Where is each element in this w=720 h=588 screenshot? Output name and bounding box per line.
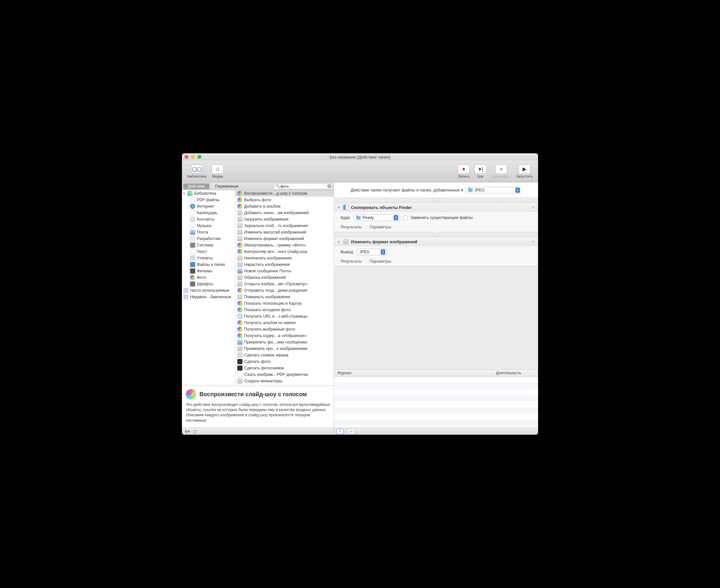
dev-icon <box>190 236 195 241</box>
category-item[interactable]: Контакты <box>182 216 235 223</box>
action-item[interactable]: Изменить масштаб изображений <box>235 229 334 235</box>
action-item[interactable]: Загрузить изображения <box>235 216 334 223</box>
action-item[interactable]: Отправить позд…днем рождения <box>235 287 334 294</box>
workflow-canvas[interactable]: ▼ Скопировать объекты Finder × Куда: Rea… <box>334 198 538 369</box>
input-folder-select[interactable]: JPEG ▲▼ <box>466 187 522 193</box>
action-item[interactable]: Показать исходное фото <box>235 307 334 313</box>
library-icon: ▢▢ <box>191 165 203 174</box>
toggle-description-button[interactable]: ▢ <box>193 429 197 434</box>
category-item[interactable]: Часто используемые <box>182 287 235 294</box>
action-item[interactable]: Напечатать изображение <box>235 255 334 261</box>
action-item[interactable]: Повернуть изображения <box>235 294 334 300</box>
results-button[interactable]: Результаты <box>341 225 362 229</box>
action-item[interactable]: Новое сообщение Почты <box>235 268 334 274</box>
action-item[interactable]: Выбрать фото <box>235 197 334 203</box>
gear-menu-button[interactable]: ⚙︎▾ <box>184 429 190 434</box>
workflow-action[interactable]: ▼ Изменить формат изображений × Вывод: J… <box>334 237 538 267</box>
replace-checkbox[interactable] <box>403 215 407 220</box>
action-item[interactable]: Сжать изображ…PDF-документах <box>235 371 334 378</box>
finder-icon <box>343 205 348 210</box>
stop-button[interactable]: ■ Остановить <box>489 164 513 179</box>
category-item[interactable]: Система <box>182 242 235 248</box>
action-item[interactable]: Создать миниатюры <box>235 378 334 384</box>
action-item[interactable]: Контроллер мгн…ного слайд-шоу <box>235 248 334 255</box>
action-item[interactable]: Прикрепить фа…ому сообщению <box>235 339 334 345</box>
category-item[interactable]: Шрифты <box>182 281 235 287</box>
action-item[interactable]: Открыть изобра…ме «Просмотр» <box>235 281 334 287</box>
photo-icon <box>190 275 195 280</box>
action-item[interactable]: Сделать снимок экрана <box>235 352 334 358</box>
action-item[interactable]: Добавить значо…ам изображений <box>235 210 334 216</box>
action-item[interactable]: Получить содер…а «Избранное» <box>235 333 334 339</box>
category-item[interactable]: ▼Библиотека <box>182 190 235 197</box>
category-item[interactable]: Интернет <box>182 203 235 210</box>
library-button[interactable]: ▢▢ Библиотека <box>185 164 208 179</box>
log-column-duration[interactable]: Длительность <box>493 370 538 376</box>
output-format-select[interactable]: JPEG ▲▼ <box>357 249 387 255</box>
action-item[interactable]: Сделать фотоснимок <box>235 365 334 371</box>
results-button[interactable]: Результаты <box>341 259 362 264</box>
category-item[interactable]: Фото <box>182 274 235 281</box>
action-item[interactable]: Зеркально отоб…ть изображения <box>235 223 334 229</box>
category-item[interactable]: Текст <box>182 248 235 255</box>
step-button[interactable]: ➤| Шаг <box>473 164 488 179</box>
action-item[interactable]: Получить альбом по имени <box>235 319 334 326</box>
search-input[interactable] <box>274 183 333 189</box>
left-footer: ⚙︎▾ ▢ <box>182 427 334 435</box>
action-item[interactable]: Получить URL и…з веб-страницы <box>235 313 334 319</box>
category-item[interactable]: Фильмы <box>182 268 235 274</box>
action-item[interactable]: Изменить формат изображений <box>235 235 334 242</box>
action-item[interactable]: Сделать фото <box>235 358 334 365</box>
category-list[interactable]: ▼БиблиотекаPDF-файлыИнтернетКалендарьКон… <box>182 190 235 385</box>
params-button[interactable]: Параметры <box>370 225 392 229</box>
log-body <box>334 377 538 427</box>
tab-actions[interactable]: Действия <box>183 183 209 189</box>
chevron-updown-icon: ▲▼ <box>394 215 398 220</box>
log-view-button[interactable]: ▭ <box>347 429 354 434</box>
folder-icon <box>356 216 361 219</box>
category-item[interactable]: PDF-файлы <box>182 197 235 203</box>
remove-action-button[interactable]: × <box>532 239 535 244</box>
category-item[interactable]: Почта <box>182 229 235 235</box>
category-item[interactable]: Разработчик <box>182 235 235 242</box>
cam-icon <box>237 359 242 364</box>
search-clear-button[interactable]: ✕ <box>327 184 332 188</box>
fav-icon <box>183 294 188 299</box>
workflow-action[interactable]: ▼ Скопировать объекты Finder × Куда: Rea… <box>334 203 538 232</box>
category-item[interactable]: Календарь <box>182 210 235 216</box>
action-item[interactable]: Нарастить изображения <box>235 261 334 268</box>
category-item[interactable]: Музыка <box>182 223 235 229</box>
saf-icon <box>237 314 242 319</box>
photo-icon <box>237 191 242 196</box>
action-item[interactable]: Добавить в альбом <box>235 203 334 210</box>
action-list[interactable]: Воспроизвести…д-шоу с голосомВыбрать фот… <box>235 190 334 385</box>
tab-variables[interactable]: Переменные <box>211 183 243 189</box>
run-button[interactable]: ▶ Запустить <box>514 164 535 179</box>
action-item[interactable]: Воспроизвести…д-шоу с голосом <box>235 190 334 197</box>
remove-action-button[interactable]: × <box>532 205 535 210</box>
minimize-window-button[interactable] <box>191 155 195 159</box>
disclosure-triangle[interactable]: ▼ <box>337 206 341 209</box>
action-item[interactable]: Обрезка изображений <box>235 274 334 281</box>
search-field[interactable]: 🔍 ✕ <box>274 183 333 189</box>
left-pane: Действия Переменные 🔍 ✕ ▼БиблиотекаPDF-ф… <box>182 183 334 435</box>
category-item[interactable]: Утилиты <box>182 255 235 261</box>
action-item[interactable]: Получить выбранные фото <box>235 326 334 333</box>
close-window-button[interactable] <box>184 155 188 159</box>
category-item[interactable]: Файлы и папки <box>182 261 235 268</box>
zoom-window-button[interactable] <box>198 155 201 159</box>
film-icon <box>190 269 195 274</box>
img-icon <box>237 255 242 261</box>
lib-icon <box>187 191 193 196</box>
disclosure-triangle[interactable]: ▼ <box>337 240 341 244</box>
category-item[interactable]: Недавно…бавленные <box>182 294 235 300</box>
record-button[interactable]: ● Запись <box>456 164 472 179</box>
action-item[interactable]: Показать геопозицию в Картах <box>235 300 334 307</box>
destination-select[interactable]: Ready ▲▼ <box>354 214 400 221</box>
media-button[interactable]: ♫ Медиа <box>210 164 225 179</box>
log-column-journal[interactable]: Журнал <box>334 370 493 376</box>
action-item[interactable]: Импортировать…грамму «Фото» <box>235 242 334 248</box>
workflow-view-button[interactable]: ≡ <box>337 429 344 434</box>
action-item[interactable]: Применить про…к изображениям <box>235 345 334 352</box>
params-button[interactable]: Параметры <box>370 259 392 264</box>
